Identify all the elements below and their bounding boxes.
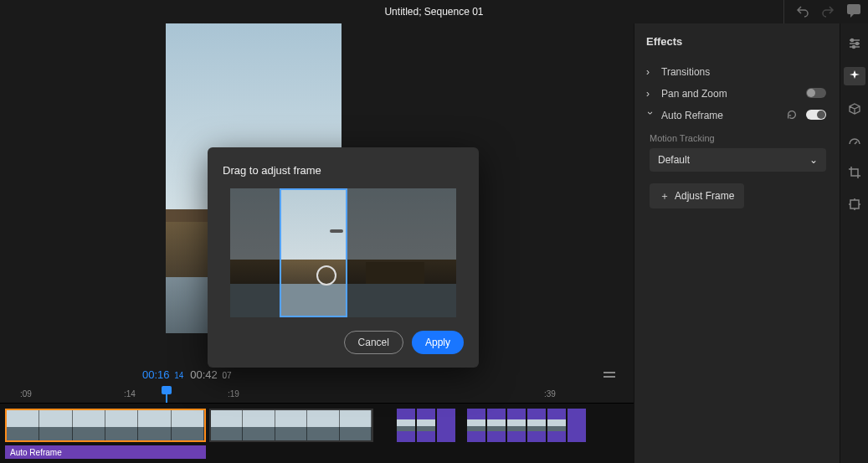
ruler-tick: :09: [20, 389, 32, 399]
accordion-transitions[interactable]: › Transitions: [646, 61, 826, 83]
accordion-pan-zoom[interactable]: › Pan and Zoom: [646, 83, 826, 105]
chevron-right-icon: ›: [646, 88, 655, 100]
chevron-right-icon: ›: [646, 66, 655, 78]
time-ruler[interactable]: :09 :14 :19 :39 :44: [0, 388, 634, 403]
effect-track-label[interactable]: Auto Reframe: [5, 445, 206, 459]
panel-title: Effects: [646, 35, 826, 48]
apply-button[interactable]: Apply: [412, 331, 464, 354]
svg-rect-3: [850, 200, 859, 208]
title-bar: Untitled; Sequence 01: [0, 0, 868, 23]
right-tool-strip: [840, 23, 868, 463]
crop-icon[interactable]: [846, 164, 863, 181]
adjust-frame-dialog: Drag to adjust frame Cancel Apply: [208, 147, 479, 368]
chevron-down-icon: ›: [645, 111, 656, 120]
undo-icon[interactable]: [796, 4, 809, 20]
accordion-label: Auto Reframe: [661, 110, 723, 121]
plus-icon: ＋: [660, 189, 670, 203]
adjust-frame-button[interactable]: ＋ Adjust Frame: [650, 183, 744, 208]
current-timecode[interactable]: 00:16 14: [142, 368, 183, 381]
effects-panel: Effects › Transitions › Pan and Zoom › A…: [634, 23, 840, 463]
dialog-title: Drag to adjust frame: [223, 164, 464, 177]
duration-timecode: 00:42 07: [190, 368, 231, 381]
sliders-icon[interactable]: [846, 35, 863, 52]
svg-point-2: [852, 46, 855, 49]
button-label: Adjust Frame: [675, 190, 734, 202]
chat-icon[interactable]: [846, 4, 861, 20]
cursor-indicator: [316, 265, 336, 286]
ruler-tick: :14: [124, 389, 136, 399]
cancel-button[interactable]: Cancel: [344, 331, 403, 354]
accordion-auto-reframe[interactable]: › Auto Reframe: [646, 105, 826, 126]
topbar-actions: [783, 0, 861, 23]
motion-tracking-select[interactable]: Default ⌄: [650, 148, 826, 172]
timeline-options-icon[interactable]: [603, 372, 615, 378]
gauge-icon[interactable]: [846, 132, 863, 149]
clip-selected[interactable]: [5, 409, 206, 442]
select-value: Default: [658, 154, 690, 166]
motion-tracking-label: Motion Tracking: [650, 133, 826, 143]
chevron-down-icon: ⌄: [809, 154, 818, 166]
svg-point-0: [850, 39, 853, 42]
redo-icon[interactable]: [821, 4, 835, 20]
timeline[interactable]: Auto Reframe: [0, 403, 634, 463]
cube-icon[interactable]: [846, 100, 863, 117]
clip-group[interactable]: [397, 409, 588, 442]
frame-adjust-canvas[interactable]: [230, 188, 456, 317]
sparkle-icon[interactable]: [844, 67, 865, 85]
accordion-label: Transitions: [661, 66, 710, 78]
ruler-tick: :19: [228, 389, 239, 399]
accordion-label: Pan and Zoom: [661, 88, 727, 100]
reset-icon[interactable]: [786, 109, 798, 123]
clip[interactable]: [209, 409, 373, 442]
transform-icon[interactable]: [846, 196, 863, 213]
auto-reframe-toggle[interactable]: [806, 110, 826, 120]
svg-point-1: [855, 43, 858, 45]
pan-zoom-toggle[interactable]: [806, 88, 826, 98]
ruler-tick: :39: [544, 389, 556, 399]
document-title: Untitled; Sequence 01: [384, 6, 483, 18]
